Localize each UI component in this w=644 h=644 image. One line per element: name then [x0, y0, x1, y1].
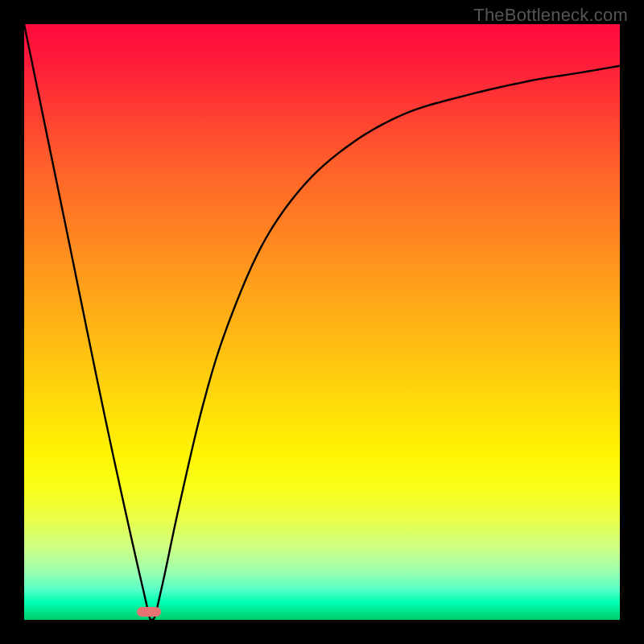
- curve-svg: [24, 24, 620, 620]
- optimum-marker: [137, 607, 161, 617]
- bottleneck-curve: [24, 24, 620, 620]
- plot-area: [24, 24, 620, 620]
- chart-frame: TheBottleneck.com: [0, 0, 644, 644]
- attribution-text: TheBottleneck.com: [473, 5, 628, 26]
